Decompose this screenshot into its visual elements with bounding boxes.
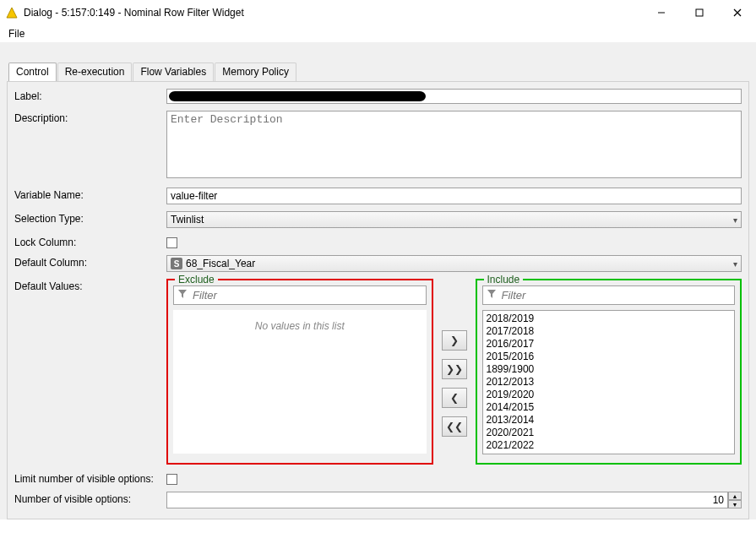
titlebar: Dialog - 5:157:0:149 - Nominal Row Filte…: [0, 0, 756, 25]
include-filter[interactable]: [482, 285, 736, 305]
tab-reexecution[interactable]: Re-execution: [57, 63, 133, 81]
list-item[interactable]: 2014/2015: [487, 401, 732, 414]
exclude-filter[interactable]: [173, 285, 427, 305]
exclude-filter-input[interactable]: [191, 288, 422, 302]
menu-file[interactable]: File: [3, 26, 30, 41]
tab-flow-variables[interactable]: Flow Variables: [133, 63, 214, 81]
default-column-select[interactable]: S 68_Fiscal_Year ▾: [166, 255, 742, 272]
tabs: Control Re-execution Flow Variables Memo…: [0, 63, 756, 81]
exclude-legend: Exclude: [175, 274, 218, 285]
tab-control[interactable]: Control: [8, 63, 57, 81]
maximize-button[interactable]: [680, 0, 718, 25]
tab-panel-control: Label: Description: Variable Name: Selec…: [7, 81, 749, 519]
list-item[interactable]: 2012/2013: [487, 376, 732, 389]
lock-column-checkbox[interactable]: [166, 237, 177, 248]
window-buttons: [642, 0, 756, 25]
label-lock-column: Lock Column:: [14, 235, 166, 248]
transfer-buttons: ❯ ❯❯ ❮ ❮❮: [442, 279, 467, 465]
list-item[interactable]: 2021/2022: [487, 439, 732, 452]
app-icon: [5, 6, 19, 19]
label-input[interactable]: [166, 89, 742, 104]
move-all-right-button[interactable]: ❯❯: [442, 359, 467, 379]
svg-rect-2: [696, 9, 703, 16]
minimize-button[interactable]: [642, 0, 680, 25]
content-area: Control Re-execution Flow Variables Memo…: [0, 42, 756, 519]
list-item[interactable]: 2018/2019: [487, 313, 732, 325]
filter-icon: [177, 289, 188, 302]
window-title: Dialog - 5:157:0:149 - Nominal Row Filte…: [24, 7, 642, 19]
move-left-button[interactable]: ❮: [442, 388, 467, 408]
close-button[interactable]: [718, 0, 756, 25]
menubar: File: [0, 25, 756, 42]
spinner-up-button[interactable]: ▲: [728, 492, 742, 500]
string-type-icon: S: [171, 258, 182, 269]
label-num-visible: Number of visible options:: [14, 492, 166, 505]
list-item[interactable]: 2015/2016: [487, 351, 732, 363]
label-default-column: Default Column:: [14, 255, 166, 269]
selection-type-select[interactable]: Twinlist ▾: [166, 211, 742, 228]
num-visible-value[interactable]: 10: [166, 492, 728, 508]
spinner-down-button[interactable]: ▼: [728, 500, 742, 508]
exclude-panel: Exclude No values in this list: [166, 279, 433, 465]
include-legend: Include: [484, 274, 524, 285]
move-right-button[interactable]: ❯: [442, 330, 467, 351]
include-panel: Include 2018/20192017/20182016/20172015/…: [476, 279, 742, 465]
label-limit-visible: Limit number of visible options:: [14, 471, 166, 485]
label-label: Label:: [14, 89, 166, 102]
list-item[interactable]: 2019/2020: [487, 389, 732, 401]
label-variable-name: Variable Name:: [14, 188, 166, 201]
exclude-list[interactable]: No values in this list: [173, 310, 427, 454]
default-column-value: 68_Fiscal_Year: [186, 258, 255, 269]
chevron-down-icon: ▾: [733, 215, 737, 225]
include-filter-input[interactable]: [500, 288, 732, 302]
filter-icon: [487, 289, 497, 302]
list-item[interactable]: 2013/2014: [487, 414, 732, 427]
limit-visible-checkbox[interactable]: [166, 474, 177, 485]
label-default-values: Default Values:: [14, 279, 166, 292]
twinlist: Exclude No values in this list ❯: [166, 279, 742, 465]
num-visible-spinner[interactable]: 10 ▲ ▼: [166, 492, 742, 508]
selection-type-value: Twinlist: [171, 214, 204, 226]
svg-marker-0: [7, 8, 17, 18]
move-all-left-button[interactable]: ❮❮: [442, 416, 467, 437]
list-item[interactable]: 1899/1900: [487, 363, 732, 376]
tab-memory-policy[interactable]: Memory Policy: [215, 63, 296, 81]
chevron-down-icon: ▾: [733, 259, 737, 269]
list-item[interactable]: 2016/2017: [487, 338, 732, 351]
exclude-empty-text: No values in this list: [177, 312, 423, 332]
list-item[interactable]: 2017/2018: [487, 325, 732, 338]
variable-name-input[interactable]: [166, 188, 742, 204]
label-selection-type: Selection Type:: [14, 211, 166, 225]
description-input[interactable]: [166, 111, 742, 178]
include-list[interactable]: 2018/20192017/20182016/20172015/20161899…: [482, 310, 736, 454]
list-item[interactable]: 2020/2021: [487, 427, 732, 439]
label-description: Description:: [14, 111, 166, 124]
